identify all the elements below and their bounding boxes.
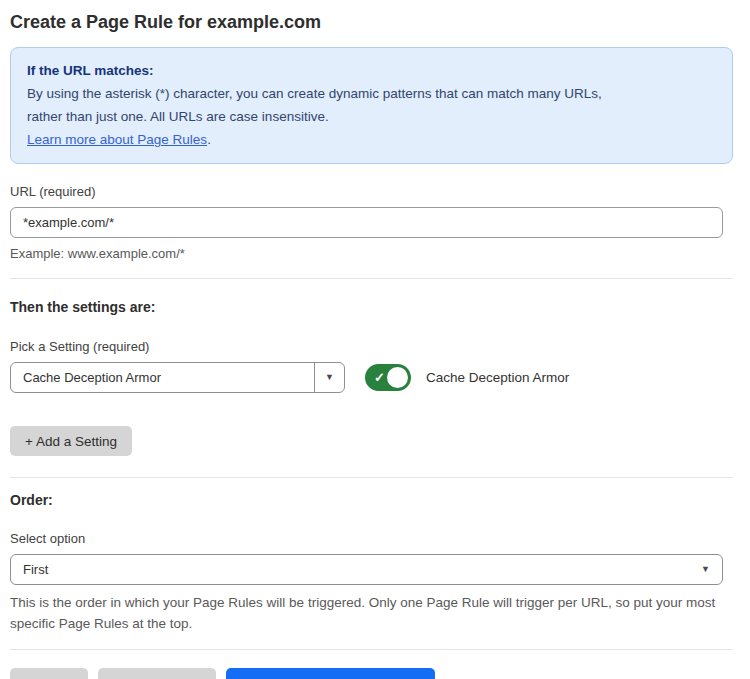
check-icon: ✓ (374, 364, 385, 391)
setting-select[interactable]: Cache Deception Armor ▼ (10, 362, 345, 393)
setting-select-value: Cache Deception Armor (11, 363, 314, 392)
add-setting-button[interactable]: + Add a Setting (10, 426, 132, 456)
pick-setting-label: Pick a Setting (required) (10, 339, 733, 354)
chevron-down-icon: ▼ (325, 373, 334, 382)
save-and-deploy-button[interactable]: Save and Deploy Page Rule (226, 668, 436, 679)
order-select-value: First (11, 562, 701, 577)
page-rule-form: Create a Page Rule for example.com If th… (0, 0, 733, 679)
info-box-body-line2: rather than just one. All URLs are case … (27, 105, 716, 128)
footer-actions: Cancel Save as Draft Save and Deploy Pag… (10, 668, 733, 679)
url-example-hint: Example: www.example.com/* (10, 246, 733, 261)
save-as-draft-button[interactable]: Save as Draft (98, 668, 216, 679)
setting-row: Cache Deception Armor ▼ ✓ Cache Deceptio… (10, 362, 733, 393)
toggle-label: Cache Deception Armor (426, 370, 569, 385)
divider (10, 278, 733, 279)
order-select[interactable]: First ▼ (10, 554, 723, 585)
cancel-button[interactable]: Cancel (10, 668, 88, 679)
divider (10, 477, 733, 478)
page-title: Create a Page Rule for example.com (10, 12, 733, 33)
cache-deception-armor-toggle[interactable]: ✓ (365, 364, 411, 391)
settings-section-heading: Then the settings are: (10, 299, 733, 315)
url-input[interactable] (10, 207, 723, 238)
learn-more-link[interactable]: Learn more about Page Rules (27, 132, 207, 147)
link-suffix: . (207, 132, 211, 147)
divider (10, 649, 733, 650)
order-section-heading: Order: (10, 492, 733, 508)
info-box-link-line: Learn more about Page Rules. (27, 128, 716, 151)
url-field-label: URL (required) (10, 184, 733, 199)
setting-select-arrow-segment[interactable]: ▼ (314, 363, 344, 392)
order-help-text: This is the order in which your Page Rul… (10, 592, 723, 634)
info-box-heading: If the URL matches: (27, 59, 716, 82)
url-matches-info-box: If the URL matches: By using the asteris… (10, 47, 733, 164)
chevron-down-icon: ▼ (701, 565, 722, 574)
info-box-body-line1: By using the asterisk (*) character, you… (27, 82, 716, 105)
order-select-label: Select option (10, 531, 733, 546)
toggle-knob (387, 367, 408, 388)
